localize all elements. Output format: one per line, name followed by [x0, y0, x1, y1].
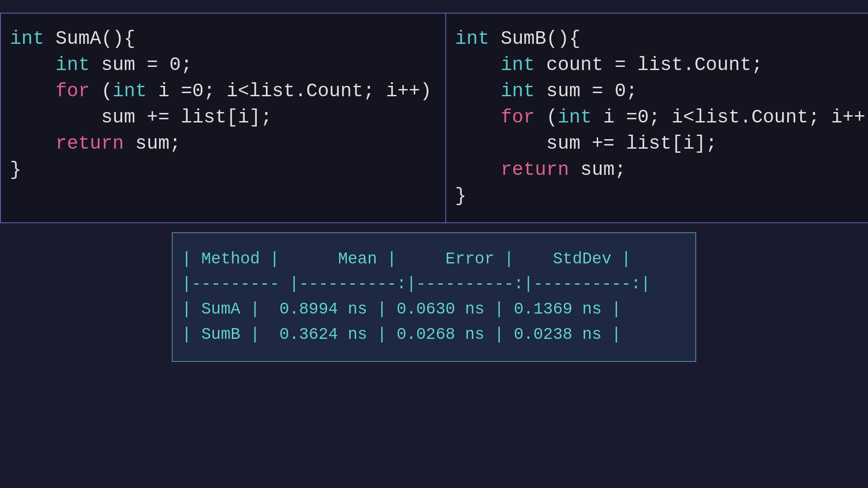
code-panel-a: int SumA(){ int sum = 0; for (int i =0; …: [0, 13, 446, 223]
code-line: }: [455, 183, 868, 210]
code-panel-b: int SumB(){ int count = list.Count; int …: [446, 13, 868, 223]
code-line: }: [10, 157, 432, 183]
code-line: for (int i =0; i<list.Count; i++): [10, 79, 432, 105]
code-line: for (int i =0; i<list.Count; i++): [455, 105, 868, 131]
code-line: sum += list[i];: [10, 105, 432, 131]
benchmark-table: | Method | Mean | Error | StdDev ||-----…: [182, 247, 686, 347]
benchmark-box: | Method | Mean | Error | StdDev ||-----…: [172, 232, 696, 362]
bench-row: | SumB | 0.3624 ns | 0.0268 ns | 0.0238 …: [182, 322, 686, 347]
code-line: int sum = 0;: [455, 79, 868, 105]
code-panels: int SumA(){ int sum = 0; for (int i =0; …: [0, 13, 868, 223]
code-line: int SumB(){: [455, 26, 868, 52]
bench-header: | Method | Mean | Error | StdDev |: [182, 247, 686, 272]
code-line: return sum;: [10, 131, 432, 157]
bench-separator: |--------- |----------:|----------:|----…: [182, 272, 686, 297]
code-line: return sum;: [455, 157, 868, 183]
code-line: sum += list[i];: [455, 131, 868, 157]
code-line: int SumA(){: [10, 26, 432, 52]
code-line: int sum = 0;: [10, 52, 432, 79]
bench-row: | SumA | 0.8994 ns | 0.0630 ns | 0.1369 …: [182, 297, 686, 322]
code-line: int count = list.Count;: [455, 52, 868, 79]
